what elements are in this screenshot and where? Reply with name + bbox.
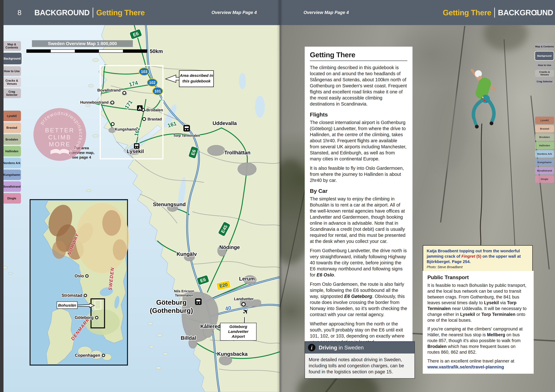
scale-label: 50km [150, 48, 163, 54]
header-divider [93, 7, 93, 18]
right-page-overlays: Getting There The climbing described in … [280, 25, 555, 392]
svg-text:Bovallstrand: Bovallstrand [97, 88, 121, 92]
svg-text:Brastad: Brastad [147, 117, 162, 121]
photo-caption: Katja Broadbent topping out from the won… [423, 245, 533, 272]
publisher-watermark: przewodnikiwspinaczkowe.pl BETTER CLIMB … [33, 108, 87, 161]
svg-text:Göteburg: Göteburg [156, 298, 187, 306]
svg-text:103: 103 [141, 69, 147, 74]
camping-icon [137, 105, 143, 111]
left-page-number: 8 [17, 0, 22, 25]
sidebar-item-map-contents[interactable]: Map & Contents [535, 43, 554, 50]
svg-text:Oslo: Oslo [75, 274, 84, 278]
svg-text:Brodalen: Brodalen [146, 108, 163, 112]
svg-text:Trollhättan: Trollhättan [224, 150, 250, 155]
svg-text:Strömstad: Strömstad [62, 293, 82, 298]
sidebar-item-cracks-venues[interactable]: Cracks & Venues [3, 77, 21, 87]
bycar-paragraph: From Oslo Gardemoen, the route is also f… [310, 281, 407, 318]
sidebar-item-background[interactable]: Background [2, 52, 22, 65]
map-title: Sweden Overview Map 1:800,000 [48, 41, 117, 46]
sidebar-item-crag-selector[interactable]: Crag Selector [535, 78, 554, 85]
svg-text:102: 102 [149, 81, 155, 85]
venue-tab-kungshamn[interactable]: Kungshamn [535, 159, 554, 166]
svg-text:101: 101 [154, 89, 161, 93]
pt-paragraph: It is feasible to reach Bohuslän by publ… [427, 282, 529, 323]
watermark-line2: CLIMB [48, 134, 71, 141]
venue-tabs: Lysekil Brastad Brodalen Hallinden Norde… [535, 117, 554, 184]
caption-text: Katja Broadbent topping out from the won… [427, 248, 529, 265]
station-icon [134, 143, 140, 149]
chapter-label: Getting There [443, 8, 491, 17]
venue-tab-hallinden[interactable]: Hallinden [535, 142, 554, 149]
svg-text:Kungälv: Kungälv [176, 251, 197, 257]
right-page-number: 9 [535, 0, 539, 25]
svg-text:Kållered: Kållered [200, 323, 221, 329]
sidebar-item-background[interactable]: Background [535, 51, 554, 61]
info-box-body: More detailed notes about driving in Swe… [305, 354, 415, 378]
svg-text:Kungsbacka: Kungsbacka [217, 351, 248, 357]
driving-info-box: i Driving in Sweden More detailed notes … [305, 341, 415, 379]
sidebar-item-map-contents[interactable]: Map & Contents [3, 41, 21, 51]
svg-text:Airport: Airport [232, 334, 245, 339]
sidebar-item-cracks-venues[interactable]: Cracks & Venues [535, 70, 554, 77]
info-box-title: Driving in Sweden [319, 344, 364, 351]
title-rule [310, 60, 407, 61]
sidebar-item-crag-selector[interactable]: Crag Selector [3, 88, 21, 98]
svg-text:Bohuslän: Bohuslän [58, 303, 76, 307]
svg-text:this guidebook: this guidebook [182, 79, 211, 83]
guidebook-spread: Sweden Overview Map 1:800,000 50km Area … [0, 0, 555, 392]
svg-text:Terminalen: Terminalen [175, 293, 193, 297]
flights-heading: Flights [310, 111, 407, 118]
venue-tab-brastad[interactable]: Brastad [3, 122, 21, 133]
svg-text:Billdal: Billdal [181, 335, 196, 341]
lake [255, 96, 265, 118]
watermark-line1: BETTER [45, 127, 74, 134]
venue-tab-lysekil[interactable]: Lysekil [3, 111, 21, 121]
venue-tab-brastad[interactable]: Brastad [535, 125, 554, 133]
venue-tab-bovallstrand[interactable]: Bovallstrand [3, 181, 21, 192]
svg-text:Kungshamn: Kungshamn [115, 127, 137, 131]
sidebar-item-how-to-use[interactable]: How to Use [535, 62, 554, 69]
venue-tab-nordens-ark[interactable]: Nordens Ark [3, 158, 21, 168]
sidebar-item-how-to-use[interactable]: How to Use [3, 66, 21, 76]
svg-text:Stenungsund: Stenungsund [153, 201, 186, 207]
svg-text:Torp Terminalen: Torp Terminalen [173, 134, 200, 137]
venue-tab-lysekil[interactable]: Lysekil [535, 117, 554, 124]
travel-planner-link[interactable]: www.vasttrafik.se/en/travel-planning [427, 364, 504, 369]
article-title: Getting There [310, 51, 407, 59]
page-gutter [277, 0, 283, 392]
bycar-paragraph: From Gothenburg Landvetter, the drive no… [310, 248, 407, 278]
venue-tab-nordens-ark[interactable]: Nordens Ark [535, 150, 554, 158]
caption-credit: Photo: Steve Broadbent [427, 265, 529, 269]
bycar-heading: By Car [310, 188, 407, 194]
svg-text:Nils Ericson: Nils Ericson [174, 289, 194, 293]
svg-text:(Gothenburg): (Gothenburg) [150, 307, 193, 314]
header-divider [494, 7, 495, 18]
svg-text:Landvetter: Landvetter [228, 329, 249, 334]
chapter-label: Getting There [96, 8, 145, 17]
svg-text:Hunnebostrand: Hunnebostrand [80, 100, 109, 104]
venue-tab-dingle[interactable]: Dingle [3, 193, 21, 204]
venue-tab-brodalen[interactable]: Brodalen [535, 133, 554, 141]
venue-tab-kungshamn[interactable]: Kungshamn [3, 170, 21, 180]
svg-text:Göteborg: Göteborg [75, 315, 94, 320]
left-header-title: BACKGROUND Getting There [34, 0, 145, 25]
svg-text:Copenhagen: Copenhagen [75, 353, 100, 358]
svg-text:Area described in: Area described in [180, 73, 213, 78]
venue-tab-brodalen[interactable]: Brodalen [3, 134, 21, 145]
svg-text:Göteborg: Göteborg [229, 324, 247, 329]
pt-paragraph: If you're camping at the climbers' campg… [427, 326, 529, 355]
bycar-paragraph: The simplest way to enjoy the climbing i… [310, 196, 407, 244]
article-intro: The climbing described in this guidebook… [310, 65, 407, 107]
svg-text:Lerum: Lerum [239, 276, 255, 281]
overview-map-ref-right: Overview Map Page 4 [304, 0, 349, 25]
venue-tab-dingle[interactable]: Dingle [535, 175, 554, 183]
venue-tabs: Lysekil Brastad Brodalen Hallinden Norde… [3, 111, 21, 205]
inset-map: NORWAY SWEDEN DENMARK Oslo Strömstad Göt… [30, 200, 129, 365]
venue-tab-hallinden[interactable]: Hallinden [3, 146, 21, 156]
bus-icon [195, 298, 202, 305]
sweden-overview-map: Sweden Overview Map 1:800,000 50km Area … [0, 25, 280, 392]
svg-text:Landvetter: Landvetter [234, 297, 254, 301]
venue-tab-bovallstrand[interactable]: Bovallstrand [535, 167, 554, 174]
page-edge [0, 0, 3, 392]
pt-paragraph: There is an excellent online travel plan… [427, 358, 529, 364]
